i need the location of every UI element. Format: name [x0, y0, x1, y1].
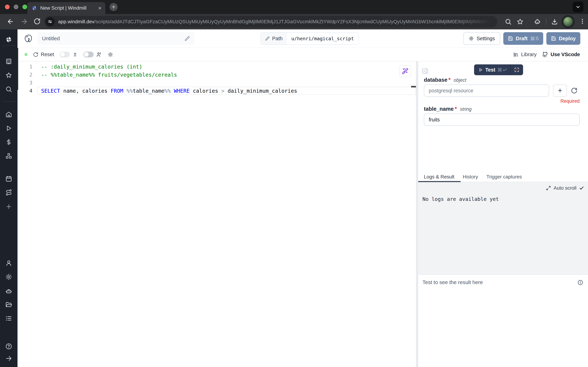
check-icon	[579, 185, 584, 191]
required-note: Required	[560, 99, 580, 104]
zoom-page-icon[interactable]	[505, 18, 512, 25]
line-number: 1	[17, 64, 32, 70]
tab-trigger-captures[interactable]: Trigger captures	[486, 174, 522, 180]
sidebar-item-variables[interactable]	[0, 139, 17, 146]
browser-tab-strip: New Script | Windmill × +	[0, 0, 588, 14]
browser-profile-button[interactable]	[561, 15, 575, 28]
play-icon	[478, 67, 483, 72]
multiplayer-toggle[interactable]	[84, 52, 94, 57]
panel-resize-splitter[interactable]	[416, 61, 418, 367]
sidebar-item-search[interactable]	[0, 86, 17, 93]
tab-close-icon[interactable]: ×	[98, 5, 101, 11]
reset-icon	[33, 52, 38, 57]
edit-pencil-icon	[185, 36, 190, 41]
sidebar-item-routes[interactable]	[0, 189, 17, 196]
table-name-input[interactable]	[424, 114, 580, 126]
capture-test-button[interactable]	[511, 67, 523, 73]
chevron-down-icon	[575, 4, 581, 10]
sidebar-item-workers[interactable]	[0, 287, 17, 294]
editor-left-accent	[17, 48, 18, 90]
tab-search-button[interactable]	[573, 1, 583, 12]
sidebar-item-home[interactable]	[0, 111, 17, 118]
path-label: Path	[272, 36, 283, 42]
refresh-resources-button[interactable]	[571, 87, 578, 94]
code-line-1[interactable]: 1-- :daily_minimum_calories (int)	[17, 63, 416, 71]
auto-scroll-control[interactable]: Auto scroll	[546, 185, 584, 191]
sidebar-item-folders[interactable]	[0, 301, 17, 308]
sidebar-item-resources[interactable]	[0, 152, 17, 159]
forward-button[interactable]	[21, 18, 28, 25]
browser-menu-icon[interactable]	[579, 18, 586, 25]
editor-settings-button[interactable]	[108, 52, 113, 57]
close-window-button[interactable]	[5, 5, 10, 9]
minimize-window-button[interactable]	[14, 5, 18, 9]
collapse-panel-icon[interactable]	[421, 67, 429, 75]
sidebar-item-users[interactable]	[0, 259, 17, 267]
status-dot	[25, 53, 27, 56]
sidebar-item-favorites[interactable]	[0, 72, 17, 79]
script-path-chip[interactable]: Path u/henri/magical_script	[260, 32, 359, 45]
sidebar-item-add[interactable]	[0, 203, 17, 210]
reset-button[interactable]: Reset	[33, 52, 54, 57]
sidebar-item-audit-logs[interactable]	[0, 315, 17, 322]
code-line-3[interactable]: 3	[17, 79, 416, 87]
downloads-icon[interactable]	[551, 18, 558, 25]
new-tab-button[interactable]: +	[109, 3, 118, 11]
sidebar-divider	[2, 45, 15, 46]
command-icon	[497, 67, 502, 72]
library-button[interactable]: Library	[513, 52, 537, 57]
code-lines[interactable]: 1-- :daily_minimum_calories (int)2-- %%t…	[17, 63, 416, 95]
settings-button[interactable]: Settings	[463, 32, 500, 45]
test-button[interactable]: Test	[474, 67, 510, 73]
window-controls	[5, 5, 27, 9]
result-hint: Test to see the result here	[422, 279, 483, 285]
code-editor[interactable]: 1-- :daily_minimum_calories (int)2-- %%t…	[17, 61, 416, 367]
deploy-button[interactable]: Deploy	[546, 32, 580, 45]
use-vscode-button[interactable]: Use VScode	[542, 52, 580, 58]
expand-icon	[546, 185, 551, 191]
draft-button[interactable]: Draft S	[503, 32, 543, 45]
site-settings-icon[interactable]	[45, 17, 55, 26]
address-bar[interactable]: app.windmill.dev/scripts/add#JTdCJTIyaGF…	[44, 16, 497, 27]
sidebar-item-settings[interactable]	[0, 273, 17, 280]
plus-minus-icon	[72, 52, 78, 57]
test-button-group: Test	[474, 64, 523, 75]
database-resource-input[interactable]	[424, 84, 549, 97]
code-line-2[interactable]: 2-- %%table_name%% fruits/vegetables/cer…	[17, 71, 416, 79]
zoom-window-button[interactable]	[22, 5, 27, 9]
edit-pencil-icon	[265, 36, 270, 41]
save-icon	[508, 36, 513, 41]
enter-icon	[503, 67, 507, 72]
editor-toolbar: Reset Library	[17, 48, 588, 61]
magic-wand-icon	[402, 68, 408, 75]
diff-toggle[interactable]	[60, 52, 70, 57]
back-button[interactable]	[7, 18, 14, 25]
path-value: u/henri/magical_script	[287, 33, 359, 44]
bookmark-star-icon[interactable]	[517, 18, 524, 25]
sidebar-item-workspace[interactable]	[0, 58, 17, 65]
script-summary-input[interactable]: Untitled	[37, 32, 194, 45]
line-number: 2	[17, 72, 32, 78]
info-icon[interactable]	[577, 279, 583, 286]
ai-assistant-button[interactable]	[399, 65, 411, 77]
sidebar-item-runs[interactable]	[0, 125, 17, 132]
sidebar-item-schedules[interactable]	[0, 175, 17, 182]
sidebar-expand-icon[interactable]	[0, 355, 17, 362]
line-number: 4	[17, 88, 32, 94]
result-pane: Test to see the result here	[418, 275, 588, 286]
extensions-icon[interactable]	[534, 18, 541, 25]
test-shortcut	[497, 67, 507, 72]
avatar	[563, 17, 573, 26]
windmill-app: Untitled Path u/henri/magical_script	[0, 29, 588, 367]
reload-button[interactable]	[34, 18, 41, 25]
logs-pane: Auto scroll No logs are available yet	[418, 182, 588, 275]
tab-logs-result[interactable]: Logs & Result	[424, 174, 454, 180]
tab-history[interactable]: History	[463, 174, 478, 180]
add-resource-button[interactable]: +	[553, 84, 567, 97]
windmill-logo[interactable]	[0, 35, 17, 43]
sidebar-item-help[interactable]	[0, 343, 17, 350]
script-name: Untitled	[42, 35, 60, 42]
browser-tab[interactable]: New Script | Windmill ×	[27, 2, 105, 14]
code-line-4[interactable]: 4SELECT name, calories FROM %%table_name…	[17, 87, 416, 95]
windmill-favicon	[31, 5, 37, 11]
